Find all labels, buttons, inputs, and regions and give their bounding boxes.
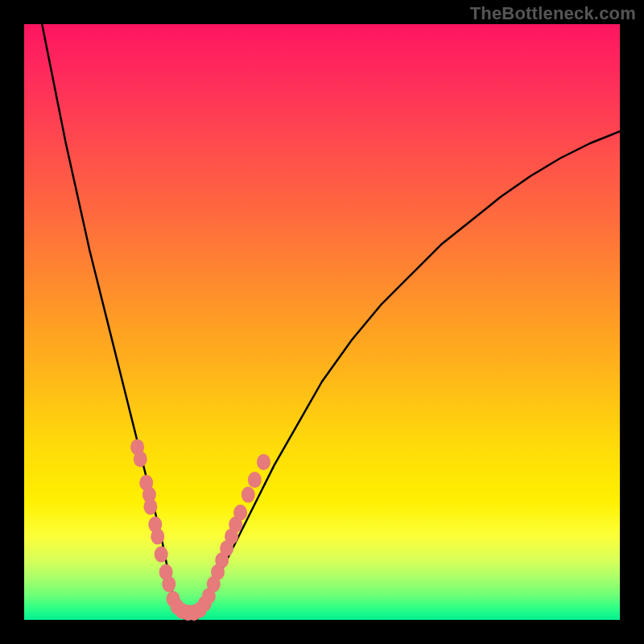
chart-frame: TheBottleneck.com <box>0 0 644 644</box>
marker-point <box>151 528 164 544</box>
bottleneck-curve <box>42 24 620 620</box>
marker-group <box>130 439 270 621</box>
marker-point <box>233 505 247 521</box>
chart-svg <box>24 24 620 620</box>
watermark-text: TheBottleneck.com <box>470 3 636 24</box>
marker-point <box>162 576 175 592</box>
marker-point <box>134 451 147 467</box>
marker-point <box>257 454 270 470</box>
marker-point <box>143 498 157 514</box>
marker-point <box>155 547 168 563</box>
marker-point <box>248 472 262 488</box>
plot-area <box>24 24 620 620</box>
marker-point <box>242 487 255 503</box>
curve-path <box>42 24 620 620</box>
